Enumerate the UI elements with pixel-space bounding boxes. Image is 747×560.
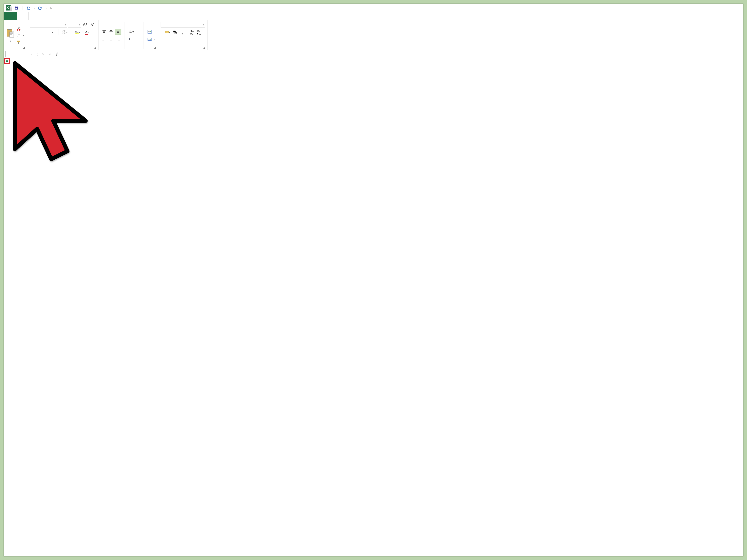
align-bottom-button[interactable] — [115, 29, 121, 35]
svg-rect-8 — [18, 34, 20, 37]
accounting-format-button[interactable]: ▾ — [163, 29, 171, 35]
comma-format-button[interactable]: , — [179, 29, 185, 35]
formula-input[interactable] — [61, 51, 743, 58]
underline-button[interactable]: ▾ — [48, 29, 57, 35]
decrease-decimal-button[interactable]: .00►.0 — [196, 29, 202, 35]
tab-file[interactable] — [4, 12, 17, 20]
increase-font-size-button[interactable]: A▲ — [82, 22, 88, 28]
svg-point-6 — [19, 29, 20, 30]
align-top-button[interactable] — [101, 29, 107, 35]
svg-rect-10 — [18, 42, 19, 44]
cut-button[interactable] — [16, 25, 25, 31]
copy-dropdown-icon[interactable]: ▾ — [23, 34, 24, 37]
tab-review[interactable] — [74, 12, 85, 20]
align-center-button[interactable] — [108, 36, 114, 42]
title-bar: ▾ ▾ ▾ — [4, 4, 743, 12]
tab-load-test[interactable] — [96, 12, 107, 20]
svg-point-18 — [165, 32, 166, 33]
orientation-button[interactable]: ab▾ — [127, 29, 135, 35]
svg-rect-0 — [16, 6, 17, 7]
format-painter-button[interactable] — [16, 39, 25, 46]
insert-function-button[interactable]: fx — [54, 51, 61, 57]
redo-button[interactable] — [37, 5, 43, 11]
percent-format-button[interactable]: % — [172, 29, 178, 35]
name-box[interactable]: ▾ — [5, 51, 33, 57]
formula-bar: ▾ ⋮ ✕ ✓ fx — [4, 50, 743, 58]
align-left-button[interactable] — [101, 36, 107, 42]
svg-rect-3 — [8, 29, 11, 30]
wrap-text-button[interactable]: ab — [147, 29, 156, 35]
font-family-select[interactable]: ▾ — [30, 22, 67, 28]
merge-dropdown-icon[interactable]: ▾ — [154, 38, 155, 41]
tab-home[interactable] — [17, 12, 29, 20]
group-clipboard: ▾ ▾ — [4, 20, 27, 50]
copy-button[interactable]: ▾ — [16, 32, 25, 38]
ribbon-tab-strip — [4, 12, 743, 20]
quick-access-toolbar: ▾ ▾ ▾ — [6, 5, 53, 11]
ribbon: ▾ ▾ — [4, 20, 743, 50]
group-font: ▾ ▾ A▲ A▼ ▾ ▾ ▾ A ▾ ◢ — [27, 20, 99, 50]
bold-button[interactable] — [34, 29, 41, 35]
number-dialog-launcher-icon[interactable]: ◢ — [202, 46, 205, 50]
clipboard-dialog-launcher-icon[interactable]: ◢ — [22, 46, 25, 50]
excel-app-icon — [6, 5, 11, 10]
excel-window: ▾ ▾ ▾ ▾ — [4, 4, 743, 556]
svg-text:ab: ab — [148, 30, 150, 32]
cursor-overlay-icon — [4, 58, 107, 180]
alignment-dialog-launcher-icon[interactable]: ◢ — [153, 46, 156, 50]
customize-qat-icon[interactable]: ▾ — [50, 7, 53, 9]
decrease-font-size-button[interactable]: A▼ — [89, 22, 96, 28]
svg-rect-12 — [75, 33, 78, 34]
font-size-select[interactable]: ▾ — [68, 22, 81, 28]
group-number: ▾ ▾ % , ◄.0.00 .00►.0 ◢ — [158, 20, 208, 50]
tab-data[interactable] — [62, 12, 74, 20]
svg-rect-9 — [17, 41, 20, 42]
save-button[interactable] — [13, 5, 19, 11]
merge-center-button[interactable]: ▾ — [147, 36, 156, 42]
number-format-select[interactable]: ▾ — [161, 22, 205, 28]
align-right-button[interactable] — [115, 36, 121, 42]
paste-button[interactable]: ▾ — [6, 28, 14, 42]
tab-insert[interactable] — [29, 12, 40, 20]
redo-dropdown-icon[interactable]: ▾ — [46, 7, 47, 9]
increase-decimal-button[interactable]: ◄.0.00 — [189, 29, 195, 35]
font-dialog-launcher-icon[interactable]: ◢ — [93, 46, 96, 50]
tab-acrobat[interactable] — [107, 12, 118, 20]
fill-color-button[interactable]: ▾ — [73, 29, 82, 35]
undo-button[interactable] — [25, 5, 31, 11]
group-alignment: ab▾ ab ▾ — [99, 20, 158, 50]
italic-button[interactable] — [41, 29, 48, 35]
tab-extra[interactable] — [118, 12, 130, 20]
svg-point-5 — [17, 29, 18, 30]
borders-button[interactable]: ▾ — [61, 29, 69, 35]
align-middle-button[interactable] — [108, 29, 114, 35]
undo-dropdown-icon[interactable]: ▾ — [34, 7, 35, 9]
increase-indent-button[interactable] — [134, 36, 141, 42]
worksheet-grid[interactable] — [4, 58, 743, 556]
font-color-button[interactable]: A ▾ — [82, 29, 91, 35]
tab-page-layout[interactable] — [40, 12, 51, 20]
tab-formulas[interactable] — [51, 12, 62, 20]
cancel-formula-button[interactable]: ✕ — [40, 51, 47, 57]
decrease-indent-button[interactable] — [127, 36, 134, 42]
enter-formula-button[interactable]: ✓ — [47, 51, 54, 57]
paste-dropdown-icon[interactable]: ▾ — [10, 40, 11, 42]
tab-view[interactable] — [85, 12, 96, 20]
svg-rect-1 — [16, 8, 17, 9]
fill-handle[interactable] — [4, 58, 10, 64]
